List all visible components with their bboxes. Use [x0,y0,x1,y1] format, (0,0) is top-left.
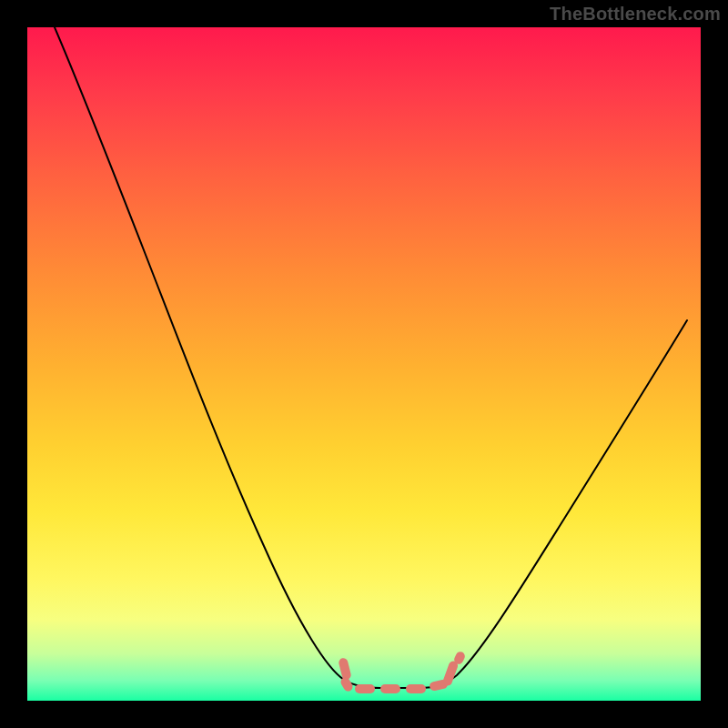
bottleneck-curve-line [55,27,687,688]
minimum-marker-group [338,651,466,693]
chart-svg [27,27,701,701]
marker-dash-icon [380,684,400,693]
chart-plot-area [27,27,701,701]
marker-dash-icon [355,684,375,693]
chart-frame: TheBottleneck.com [0,0,728,728]
marker-dash-icon [442,660,460,687]
marker-dash-icon [406,684,426,693]
watermark-text: TheBottleneck.com [550,4,721,25]
